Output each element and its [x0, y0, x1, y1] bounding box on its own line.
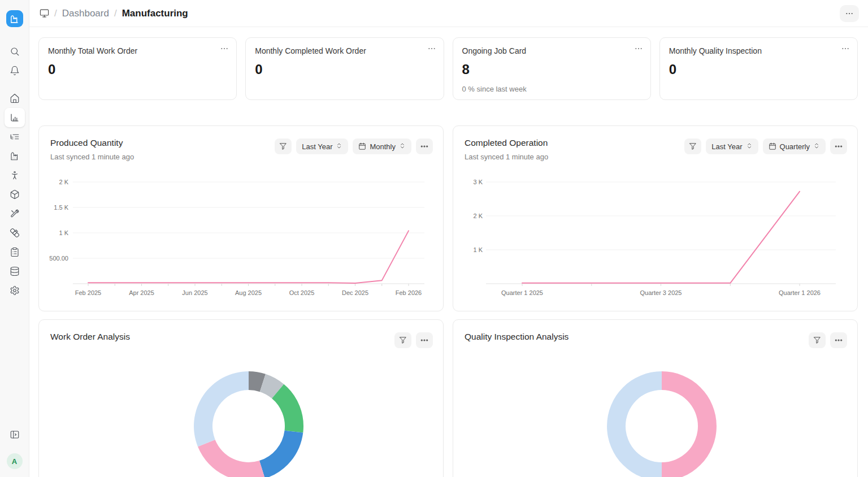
svg-text:Quarter 1 2025: Quarter 1 2025 [501, 289, 543, 296]
stat-title: Monthly Quality Inspection [669, 46, 848, 55]
tools-icon[interactable] [5, 204, 25, 223]
filter-button[interactable] [394, 332, 411, 348]
completed-operation-chart-card: Completed Operation Last synced 1 minute… [453, 125, 858, 311]
svg-text:2 K: 2 K [473, 213, 483, 219]
more-options-icon [845, 9, 854, 18]
stat-title: Monthly Total Work Order [48, 46, 227, 55]
stat-value: 8 [462, 62, 641, 77]
filter-button[interactable] [684, 138, 701, 154]
list-tree-icon[interactable] [5, 127, 25, 146]
stat-cards-row: Monthly Total Work Order 0 Monthly Compl… [38, 37, 858, 100]
card-more-button[interactable] [841, 44, 850, 55]
chevrons-up-down-icon [336, 142, 342, 149]
calendar-icon [769, 142, 776, 150]
svg-text:Oct 2025: Oct 2025 [289, 289, 315, 296]
clipboard-icon[interactable] [5, 242, 25, 262]
more-options-icon [427, 44, 436, 53]
card-more-button[interactable] [427, 44, 436, 55]
svg-text:Jun 2025: Jun 2025 [182, 289, 207, 296]
topbar-more-button[interactable] [840, 5, 859, 22]
search-icon[interactable] [5, 42, 25, 61]
panel-toggle-icon[interactable] [5, 425, 25, 444]
chevrons-up-down-icon [746, 142, 753, 149]
chevrons-up-down-icon [399, 142, 406, 149]
funnel-icon [689, 142, 697, 150]
time-range-select[interactable]: Last Year [296, 138, 348, 154]
svg-text:1 K: 1 K [59, 229, 68, 236]
breadcrumb-separator: / [114, 8, 117, 19]
stat-value: 0 [669, 62, 848, 77]
chart-title: Completed Operation [465, 138, 548, 148]
main-area: / Dashboard / Manufacturing Monthly Tota… [29, 0, 868, 477]
more-options-icon [634, 44, 643, 53]
more-options-icon [420, 142, 429, 151]
more-options-icon [220, 44, 229, 53]
page-title: Manufacturing [122, 8, 188, 19]
quality-inspection-analysis-card: Quality Inspection Analysis [453, 319, 858, 477]
chart-more-button[interactable] [416, 332, 433, 348]
time-range-select[interactable]: Last Year [706, 138, 758, 154]
home-icon[interactable] [5, 89, 25, 108]
granularity-select[interactable]: Monthly [353, 138, 411, 154]
last-synced-label: Last synced 1 minute ago [465, 153, 548, 161]
stat-title: Ongoing Job Card [462, 46, 641, 55]
time-range-value: Last Year [711, 142, 742, 151]
svg-text:Aug 2025: Aug 2025 [235, 289, 262, 296]
svg-text:Quarter 3 2025: Quarter 3 2025 [640, 289, 682, 296]
card-more-button[interactable] [634, 44, 643, 55]
card-more-button[interactable] [220, 44, 229, 55]
funnel-icon [279, 142, 287, 150]
svg-text:1 K: 1 K [473, 246, 483, 253]
sidebar: A [0, 0, 29, 477]
user-avatar[interactable]: A [7, 453, 23, 469]
topbar: / Dashboard / Manufacturing [29, 0, 868, 27]
granularity-value: Quarterly [780, 142, 810, 151]
dashboard-content: Monthly Total Work Order 0 Monthly Compl… [29, 27, 868, 477]
work-order-analysis-card: Work Order Analysis [38, 319, 444, 477]
svg-text:Dec 2025: Dec 2025 [342, 289, 368, 296]
package-icon[interactable] [5, 185, 25, 204]
factory-logo-icon [10, 14, 19, 24]
granularity-value: Monthly [370, 142, 396, 151]
breadcrumb-separator: / [54, 8, 57, 19]
database-icon[interactable] [5, 262, 25, 281]
produced-quantity-chart-card: Produced Quantity Last synced 1 minute a… [38, 125, 444, 311]
line-charts-row: Produced Quantity Last synced 1 minute a… [38, 125, 858, 311]
funnel-icon [813, 336, 821, 344]
app-logo[interactable] [6, 10, 23, 27]
settings-icon[interactable] [5, 281, 25, 300]
stat-card-monthly-quality-inspection: Monthly Quality Inspection 0 [659, 37, 858, 100]
svg-text:3 K: 3 K [473, 179, 483, 185]
chart-more-button[interactable] [416, 138, 433, 154]
bell-icon[interactable] [5, 61, 25, 80]
more-options-icon [834, 142, 843, 151]
stat-title: Monthly Completed Work Order [255, 46, 434, 55]
breadcrumb-dashboard[interactable]: Dashboard [62, 8, 109, 19]
calendar-icon [358, 142, 366, 150]
svg-text:Feb 2026: Feb 2026 [396, 289, 422, 296]
more-options-icon [841, 44, 850, 53]
svg-text:Apr 2025: Apr 2025 [129, 289, 154, 296]
factory-icon[interactable] [5, 146, 25, 166]
chevrons-up-down-icon [813, 142, 820, 149]
granularity-select[interactable]: Quarterly [763, 138, 826, 154]
stat-card-monthly-total-work-order: Monthly Total Work Order 0 [38, 37, 237, 100]
svg-text:Feb 2025: Feb 2025 [75, 289, 101, 296]
bar-chart-icon[interactable] [5, 108, 25, 127]
time-range-value: Last Year [302, 142, 332, 151]
chart-title: Quality Inspection Analysis [465, 332, 568, 342]
more-options-icon [834, 336, 843, 345]
filter-button[interactable] [809, 332, 826, 348]
last-synced-label: Last synced 1 minute ago [50, 153, 134, 161]
chart-title: Work Order Analysis [50, 332, 130, 342]
more-options-icon [420, 336, 429, 345]
filter-button[interactable] [275, 138, 292, 154]
chart-more-button[interactable] [830, 138, 847, 154]
svg-text:500.00: 500.00 [49, 255, 68, 262]
design-tools-icon[interactable] [5, 223, 25, 242]
person-icon[interactable] [5, 166, 25, 185]
monitor-icon [40, 8, 49, 18]
stat-card-monthly-completed-work-order: Monthly Completed Work Order 0 [245, 37, 444, 100]
svg-text:Quarter 1 2026: Quarter 1 2026 [779, 289, 821, 296]
chart-more-button[interactable] [830, 332, 847, 348]
